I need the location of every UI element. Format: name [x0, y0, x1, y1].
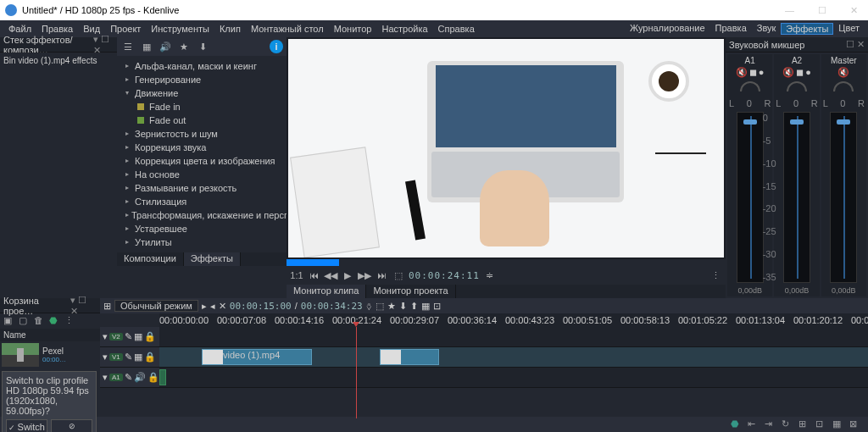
menu-timeline[interactable]: Монтажный стол [246, 24, 329, 34]
tree-item[interactable]: ▸Утилиты [125, 235, 283, 249]
effect-fade-in[interactable]: Fade in [137, 100, 283, 114]
ratio-label[interactable]: 1:1 [290, 269, 303, 282]
info-icon[interactable]: i [270, 40, 283, 53]
playhead[interactable] [356, 327, 357, 418]
tool-icon[interactable]: ▸ [202, 301, 207, 312]
filter-icon[interactable]: ⋮ [64, 315, 76, 327]
tree-item[interactable]: ▸Генерирование [125, 73, 283, 86]
add-folder-icon[interactable]: ▢ [19, 315, 31, 327]
tree-item[interactable]: ▸Устаревшее [125, 222, 283, 235]
tool-icon[interactable]: ◂ [210, 301, 215, 312]
status-icon[interactable]: ⬣ [731, 418, 744, 430]
tool-icon[interactable]: ✕ [219, 301, 226, 312]
tool-icon[interactable]: ★ [387, 301, 396, 312]
status-icon[interactable]: ↻ [782, 418, 795, 430]
tab-compositions[interactable]: Композиции [117, 252, 184, 266]
tree-item[interactable]: ▸Размывание и резкость [125, 181, 283, 195]
tree-item[interactable]: ▸Зернистость и шум [125, 127, 283, 141]
forward-icon[interactable]: ▶▶ [358, 269, 371, 282]
status-icon[interactable]: ⇥ [765, 418, 778, 430]
pan-knob[interactable] [740, 81, 760, 95]
minimize-button[interactable]: — [780, 5, 799, 16]
tool-icon[interactable]: ⬆ [410, 301, 418, 312]
solo-icon[interactable]: ◼ [749, 67, 757, 78]
close-panel-icon[interactable]: ▾ ☐ ✕ [93, 34, 114, 56]
status-icon[interactable]: ⊡ [815, 418, 829, 430]
speaker-icon[interactable]: 🔊 [158, 39, 173, 54]
menu-clip[interactable]: Клип [214, 24, 246, 34]
tab-project-monitor[interactable]: Монитор проекта [366, 285, 455, 298]
menu-edit[interactable]: Правка [36, 24, 78, 34]
monitor-timecode[interactable]: 00:00:24:11 [409, 270, 480, 281]
tree-item[interactable]: ▸Коррекция звука [125, 141, 283, 154]
download-icon[interactable]: ⬇ [195, 39, 210, 54]
track-header-v2[interactable]: ▾V2 ✎▦🔒 [100, 327, 159, 346]
tree-item[interactable]: ▸Коррекция цвета и изображения [125, 154, 283, 168]
options-icon[interactable]: ⋮ [709, 269, 722, 282]
status-icon[interactable]: ⇤ [748, 418, 761, 430]
track-header-a1[interactable]: ▾A1 ✎🔊🔒 [100, 368, 159, 387]
clip-monitor[interactable] [288, 39, 724, 258]
tool-icon[interactable]: ⬚ [376, 301, 384, 312]
tool-icon[interactable]: ⎀ [366, 301, 372, 311]
tree-item-motion[interactable]: ▾Движение [125, 86, 283, 100]
cancel-button[interactable]: ⊘ Cancel [51, 419, 92, 432]
bin-clip-item[interactable]: Pexel 00:00… [0, 341, 100, 368]
mute-icon[interactable]: ▦ [134, 331, 142, 342]
forward-end-icon[interactable]: ⏭ [375, 269, 388, 282]
menu-settings[interactable]: Настройка [376, 24, 432, 34]
expand-icon[interactable]: ⊞ [103, 301, 111, 312]
film-icon[interactable]: ▦ [139, 39, 154, 54]
lock-icon[interactable]: 🔒 [144, 331, 156, 342]
effect-fade-out[interactable]: Fade out [137, 114, 283, 127]
delete-icon[interactable]: 🗑 [34, 315, 46, 327]
track-header-v1[interactable]: ▾V1 ✎▦🔒 [100, 347, 159, 367]
layout-audio[interactable]: Звук [752, 23, 782, 35]
timeline-tracks[interactable]: ▾V2 ✎▦🔒 ▾V1 ✎▦🔒 video (1).mp4 [100, 327, 868, 418]
bin-column-name[interactable]: Name [0, 329, 100, 341]
menu-file[interactable]: Файл [3, 24, 36, 34]
status-icon[interactable]: ⊠ [849, 418, 863, 430]
play-icon[interactable]: ▶ [341, 269, 354, 282]
monitor-scrubber[interactable] [287, 259, 339, 266]
tree-item[interactable]: ▸Стилизация [125, 195, 283, 208]
status-icon[interactable]: ⊞ [798, 418, 812, 430]
add-clip-icon[interactable]: ▣ [3, 315, 15, 327]
list-icon[interactable]: ☰ [120, 39, 136, 54]
menu-tools[interactable]: Инструменты [146, 24, 214, 34]
mute-icon[interactable]: 🔇 [736, 67, 748, 78]
layout-color[interactable]: Цвет [833, 23, 865, 35]
star-icon[interactable]: ★ [176, 39, 192, 54]
tree-item[interactable]: ▸На основе [125, 168, 283, 181]
zone-icon[interactable]: ⬚ [392, 269, 405, 282]
tool-icon[interactable]: ▦ [421, 301, 430, 312]
status-icon[interactable]: ▦ [832, 418, 846, 430]
close-button[interactable]: ✕ [845, 5, 863, 16]
edit-icon[interactable]: ✎ [125, 331, 132, 342]
tool-icon[interactable]: ⬇ [399, 301, 407, 312]
tab-effects[interactable]: Эффекты [184, 252, 241, 266]
timeline-audio-clip[interactable] [159, 369, 166, 385]
tag-icon[interactable]: ⬣ [49, 315, 61, 327]
stepper-icon[interactable]: ≑ [483, 269, 497, 282]
timeline-tc-in[interactable]: 00:00:15:00 [230, 301, 292, 312]
level-meter[interactable]: 0-5-10-15-20-25-30-35 [737, 112, 764, 283]
timeline-clip[interactable] [380, 349, 439, 365]
menu-monitor[interactable]: Монитор [329, 24, 377, 34]
tab-clip-monitor[interactable]: Монитор клипа [287, 285, 366, 298]
switch-button[interactable]: ✓ Switch [6, 419, 47, 432]
layout-effects[interactable]: Эффекты [781, 23, 833, 35]
rewind-icon[interactable]: ◀◀ [324, 269, 337, 282]
timeline-clip[interactable]: video (1).mp4 [202, 349, 312, 365]
menu-project[interactable]: Проект [105, 24, 146, 34]
timeline-ruler[interactable]: 00:00:00:00 00:00:07:08 00:00:14:16 00:0… [159, 313, 868, 327]
rec-icon[interactable]: ● [759, 67, 765, 78]
menu-help[interactable]: Справка [433, 24, 480, 34]
edit-mode-combo[interactable]: Обычный режим [114, 300, 198, 312]
tree-item[interactable]: ▸Альфа-канал, маски и кеинг [125, 59, 283, 73]
tree-item[interactable]: ▸Трансформация, искажение и перспектива [125, 208, 283, 222]
layout-journal[interactable]: Журналирование [625, 23, 710, 35]
layout-edit[interactable]: Правка [710, 23, 752, 35]
menu-view[interactable]: Вид [78, 24, 105, 34]
tool-icon[interactable]: ⊡ [433, 301, 441, 312]
